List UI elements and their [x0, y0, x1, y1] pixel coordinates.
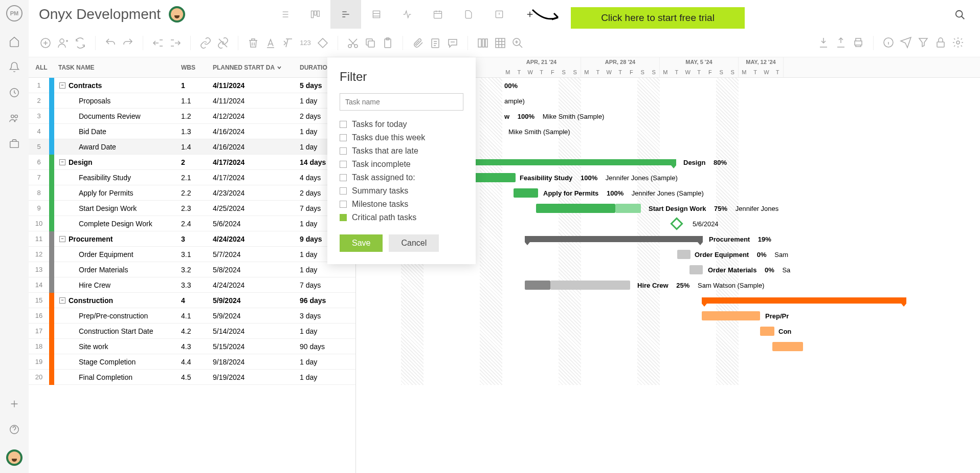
filter-cancel-button[interactable]: Cancel [389, 234, 439, 252]
day-cell: M [660, 67, 671, 78]
expander-icon[interactable]: − [59, 236, 65, 242]
task-row[interactable]: 10Complete Design Work2.45/6/20241 day [29, 216, 355, 231]
indent-icon[interactable] [169, 36, 182, 50]
search-icon[interactable] [954, 9, 966, 20]
task-row[interactable]: 8Apply for Permits2.24/23/20242 days [29, 185, 355, 201]
expander-icon[interactable]: − [59, 159, 65, 165]
delete-icon[interactable] [247, 36, 260, 50]
columns-icon[interactable] [476, 36, 489, 50]
export-icon[interactable] [834, 36, 848, 49]
task-row[interactable]: 3Documents Review1.24/12/20242 days [29, 109, 355, 124]
col-task-name[interactable]: TASK NAME [54, 64, 181, 71]
filter-option[interactable]: Task incomplete [340, 158, 463, 171]
bell-icon[interactable] [9, 61, 20, 73]
gantt-row[interactable]: Hire Crew 25% Sam Watson (Sample) [356, 277, 980, 293]
filter-option[interactable]: Tasks that are late [340, 144, 463, 158]
refresh-icon[interactable] [74, 36, 87, 50]
cta-banner-button[interactable]: Click here to start free trial [571, 7, 745, 29]
clear-format-icon[interactable] [281, 36, 295, 50]
clock-icon[interactable] [9, 87, 20, 98]
task-row[interactable]: 1−Contracts14/11/20245 days [29, 78, 355, 93]
task-row[interactable]: 2Proposals1.14/11/20241 day [29, 93, 355, 109]
paste-icon[interactable] [381, 36, 394, 50]
project-avatar-icon[interactable] [169, 6, 185, 23]
home-icon[interactable] [9, 36, 20, 47]
link-icon[interactable] [199, 36, 212, 50]
task-row[interactable]: 11−Procurement34/24/20249 days [29, 231, 355, 247]
task-row[interactable]: 9Start Design Work2.34/25/20247 days [29, 201, 355, 216]
filter-option[interactable]: Task assigned to: [340, 171, 463, 184]
col-planned-start[interactable]: PLANNED START DA [213, 64, 300, 71]
cut-icon[interactable] [346, 36, 360, 50]
filter-task-name-input[interactable] [340, 93, 463, 111]
settings-icon[interactable] [951, 36, 965, 49]
filter-save-button[interactable]: Save [340, 234, 383, 252]
risk-view-tab[interactable] [484, 0, 515, 29]
import-icon[interactable] [817, 36, 830, 49]
gantt-row[interactable]: Con [356, 324, 980, 339]
filter-icon[interactable] [917, 36, 930, 49]
milestone-icon[interactable] [316, 36, 329, 50]
assign-icon[interactable] [56, 36, 70, 50]
sheet-view-tab[interactable] [361, 0, 392, 29]
print-icon[interactable] [852, 36, 865, 49]
app-logo-icon[interactable]: PM [6, 5, 23, 22]
unlink-icon[interactable] [216, 36, 230, 50]
files-view-tab[interactable] [453, 0, 484, 29]
col-wbs[interactable]: WBS [181, 64, 213, 71]
board-view-tab[interactable] [300, 0, 330, 29]
help-icon[interactable] [9, 424, 20, 435]
activity-view-tab[interactable] [392, 0, 422, 29]
info-icon[interactable] [882, 36, 895, 49]
briefcase-icon[interactable] [9, 138, 20, 149]
expander-icon[interactable]: − [59, 297, 65, 304]
date-cell: 5/15/2024 [213, 342, 300, 351]
task-row[interactable]: 4Bid Date1.34/16/20241 day [29, 124, 355, 139]
users-icon[interactable] [9, 113, 20, 124]
filter-option[interactable]: Critical path tasks [340, 211, 463, 224]
calendar-view-tab[interactable] [422, 0, 453, 29]
gantt-row[interactable]: Prep/Pr [356, 308, 980, 324]
task-row[interactable]: 13Order Materials3.25/8/20241 day [29, 262, 355, 277]
expander-icon[interactable]: − [59, 82, 65, 89]
gantt-view-tab[interactable] [330, 0, 361, 29]
task-row[interactable]: 14Hire Crew3.34/24/20247 days [29, 277, 355, 293]
col-all[interactable]: ALL [29, 64, 54, 71]
lock-icon[interactable] [934, 36, 947, 49]
gantt-row[interactable] [356, 293, 980, 308]
task-row[interactable]: 20Final Completion4.59/19/20241 day [29, 370, 355, 385]
svg-rect-20 [478, 39, 481, 47]
filter-option[interactable]: Summary tasks [340, 184, 463, 198]
list-view-tab[interactable] [269, 0, 300, 29]
filter-option[interactable]: Milestone tasks [340, 198, 463, 211]
task-row[interactable]: 7Feasibility Study2.14/17/20244 days [29, 170, 355, 185]
plus-icon[interactable] [9, 398, 20, 410]
gantt-row[interactable]: Order Materials 0% Sa [356, 262, 980, 277]
progress-icon[interactable]: 123 [299, 36, 312, 50]
send-icon[interactable] [899, 36, 912, 49]
outdent-icon[interactable] [151, 36, 165, 50]
task-row[interactable]: 5Award Date1.44/16/20241 day [29, 139, 355, 155]
undo-icon[interactable] [104, 36, 117, 50]
toolbar: 123 [29, 29, 980, 57]
attachment-icon[interactable] [411, 36, 425, 50]
task-row[interactable]: 6−Design24/17/202414 days [29, 155, 355, 170]
task-row[interactable]: 12Order Equipment3.15/7/20241 day [29, 247, 355, 262]
add-task-icon[interactable] [39, 36, 52, 50]
task-row[interactable]: 16Prep/Pre-construction4.15/9/20243 days [29, 308, 355, 324]
filter-option[interactable]: Tasks due this week [340, 131, 463, 144]
redo-icon[interactable] [121, 36, 135, 50]
text-color-icon[interactable] [264, 36, 277, 50]
note-icon[interactable] [429, 36, 442, 50]
gantt-row[interactable] [356, 339, 980, 354]
grid-icon[interactable] [494, 36, 507, 50]
filter-option[interactable]: Tasks for today [340, 118, 463, 131]
copy-icon[interactable] [364, 36, 377, 50]
comment-icon[interactable] [446, 36, 459, 50]
task-row[interactable]: 19Stage Completion4.49/18/20241 day [29, 354, 355, 370]
zoom-icon[interactable] [511, 36, 524, 50]
user-avatar-icon[interactable] [6, 449, 23, 466]
task-row[interactable]: 18Site work4.35/15/202490 days [29, 339, 355, 354]
task-row[interactable]: 15−Construction45/9/202496 days [29, 293, 355, 308]
task-row[interactable]: 17Construction Start Date4.25/14/20241 d… [29, 324, 355, 339]
